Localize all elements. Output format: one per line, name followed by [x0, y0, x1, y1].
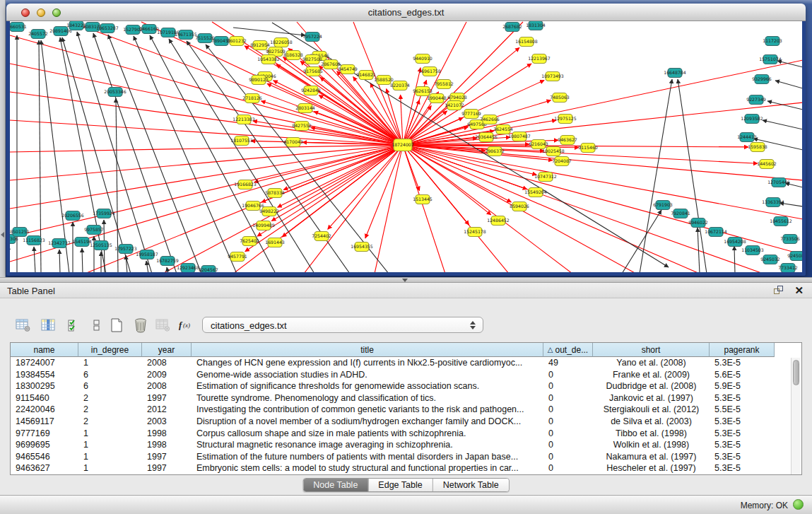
graph-node-teal[interactable]: 13363394 — [762, 198, 784, 207]
cell-pagerank[interactable]: 5.5E-5 — [710, 404, 775, 416]
graph-node-yellow[interactable]: 7462666 — [480, 115, 500, 124]
graph-node-teal[interactable]: 10653287 — [96, 24, 119, 33]
graph-node-yellow[interactable]: 6216043 — [529, 140, 548, 149]
table-vertical-scrollbar[interactable] — [791, 358, 801, 474]
graph-node-yellow[interactable]: 16961758 — [418, 67, 441, 76]
citation-edge-red[interactable] — [10, 35, 403, 145]
citation-edge-red[interactable] — [403, 145, 491, 215]
citation-edge-black[interactable] — [77, 32, 152, 272]
column-header-pagerank[interactable]: pagerank — [710, 343, 775, 357]
cell-short[interactable]: Stergiakouli et al. (2012) — [593, 404, 710, 416]
graph-node-teal[interactable]: 8204567 — [199, 266, 218, 273]
cell-in-degree[interactable]: 1 — [78, 428, 142, 440]
graph-node-teal[interactable]: 1660531 — [10, 23, 27, 32]
graph-node-yellow[interactable]: 15245178 — [464, 228, 486, 237]
cell-in-degree[interactable]: 2 — [78, 416, 142, 428]
graph-node-teal[interactable]: 1831304 — [526, 21, 546, 30]
graph-node-teal[interactable]: 2405572 — [28, 30, 48, 39]
citation-edge-red[interactable] — [403, 64, 531, 145]
cell-pagerank[interactable]: 5.3E-5 — [710, 428, 775, 440]
graph-node-teal[interactable]: 19958187 — [136, 250, 158, 259]
table-row[interactable]: 946554611997Estimation of the future num… — [11, 451, 775, 463]
graph-node-teal[interactable]: 10455612 — [770, 217, 792, 226]
cell-year[interactable]: 1997 — [142, 451, 192, 463]
expand-panel-arrow-icon[interactable] — [1, 232, 4, 238]
citation-edge-red[interactable] — [328, 145, 403, 229]
graph-node-yellow[interactable]: 8220374 — [390, 81, 410, 90]
cell-out-de-[interactable]: 0 — [543, 439, 593, 451]
citation-edge-black[interactable] — [146, 261, 148, 272]
cell-title[interactable]: Changes of HCN gene expression and I(f) … — [192, 357, 543, 369]
cell-title[interactable]: Corpus callosum shape and size in male p… — [192, 428, 543, 440]
citation-edge-black[interactable] — [93, 33, 177, 272]
row-height-icon[interactable] — [88, 315, 106, 335]
cell-in-degree[interactable]: 1 — [78, 439, 142, 451]
citation-edge-red[interactable] — [403, 145, 802, 255]
graph-node-teal[interactable]: 12505135 — [90, 241, 112, 250]
graph-node-yellow[interactable]: 2718126 — [242, 94, 262, 103]
cell-title[interactable]: Genome-wide association studies in ADHD. — [192, 369, 543, 381]
graph-node-yellow[interactable]: 1513445 — [413, 195, 433, 204]
graph-node-yellow[interactable]: 16154808 — [515, 37, 538, 47]
graph-node-yellow[interactable]: 8427552 — [292, 122, 312, 131]
column-header-title[interactable]: title — [192, 343, 543, 357]
graph-node-teal[interactable]: 20053346 — [104, 88, 126, 97]
citation-edge-red[interactable] — [375, 145, 403, 272]
cell-pagerank[interactable]: 5.3E-5 — [710, 451, 775, 463]
graph-node-teal[interactable]: 20891406 — [49, 27, 72, 36]
float-panel-icon[interactable] — [774, 286, 784, 296]
cell-pagerank[interactable]: 5.3E-5 — [710, 357, 775, 369]
cell-short[interactable]: Franke et al. (2009) — [593, 369, 710, 381]
tab-edge-table[interactable]: Edge Table — [368, 479, 433, 491]
table-row[interactable]: 1938455462009Genome-wide association stu… — [11, 369, 775, 381]
graph-node-yellow[interactable]: 18724007 — [392, 139, 414, 151]
cell-title[interactable]: Disruption of a novel member of a sodium… — [192, 416, 543, 428]
control-panel-collapsed-strip[interactable] — [0, 0, 6, 277]
graph-node-teal[interactable]: 14671355 — [175, 30, 197, 40]
table-settings-icon[interactable] — [14, 315, 33, 335]
citation-edge-black[interactable] — [233, 28, 305, 35]
citation-edge-red[interactable] — [10, 145, 403, 152]
graph-node-yellow[interactable]: 10747312 — [534, 173, 557, 182]
cell-title[interactable]: Embryonic stem cells: a model to study s… — [192, 462, 543, 474]
table-row[interactable]: 946362711997Embryonic stem cells: a mode… — [11, 462, 775, 474]
cell-name[interactable]: 9463627 — [11, 462, 78, 474]
cell-in-degree[interactable]: 6 — [78, 369, 142, 381]
graph-node-yellow[interactable]: 7955812 — [434, 80, 454, 89]
graph-node-teal[interactable]: 16954208 — [724, 238, 746, 247]
cell-out-de-[interactable]: 0 — [543, 369, 593, 381]
graph-node-yellow[interactable]: 7625402 — [240, 237, 259, 246]
table-row[interactable]: 977716911998Corpus callosum shape and si… — [11, 428, 775, 440]
column-header-out-de-[interactable]: △out_de... — [543, 343, 593, 357]
cell-name[interactable]: 9699695 — [11, 439, 78, 451]
cell-name[interactable]: 18300295 — [11, 380, 78, 392]
cell-name[interactable]: 14569117 — [11, 416, 78, 428]
graph-node-teal[interactable]: 12093582 — [741, 115, 763, 124]
network-canvas[interactable]: 1660531240557220891406184322120831721065… — [10, 21, 802, 272]
graph-node-yellow[interactable]: 4170043 — [283, 138, 303, 147]
graph-node-teal[interactable]: 1117203 — [763, 37, 782, 46]
cell-year[interactable]: 1998 — [142, 428, 192, 440]
graph-node-yellow[interactable]: 9440910 — [413, 54, 433, 64]
cell-year[interactable]: 2008 — [142, 380, 192, 392]
graph-node-yellow[interactable]: 9890123 — [249, 76, 269, 85]
graph-node-yellow[interactable]: 10807487 — [508, 132, 531, 141]
divider-grip-icon[interactable] — [402, 279, 408, 282]
citation-edge-black[interactable] — [734, 246, 735, 272]
graph-node-yellow[interactable]: 9498222 — [259, 207, 279, 216]
graph-node-teal[interactable]: 16782759 — [156, 257, 179, 266]
graph-node-teal[interactable]: 8946022 — [688, 218, 708, 228]
graph-node-yellow[interactable]: 3624554 — [493, 125, 513, 134]
graph-node-teal[interactable]: 7733412 — [778, 264, 798, 273]
cell-pagerank[interactable]: 5.9E-5 — [710, 380, 775, 392]
graph-node-yellow[interactable]: 7204087 — [552, 157, 572, 166]
graph-node-teal[interactable]: 9329966 — [752, 75, 772, 84]
graph-node-teal[interactable]: 8501251 — [10, 228, 30, 237]
column-header-in-degree[interactable]: in_degree — [78, 343, 142, 357]
graph-node-yellow[interactable]: 9457791 — [228, 252, 247, 262]
citation-edge-black[interactable] — [678, 79, 707, 272]
citation-edge-black[interactable] — [108, 35, 201, 272]
citation-edge-red[interactable] — [261, 101, 403, 145]
cell-name[interactable]: 9777169 — [11, 428, 78, 440]
graph-node-teal[interactable]: 1545194 — [72, 238, 92, 247]
